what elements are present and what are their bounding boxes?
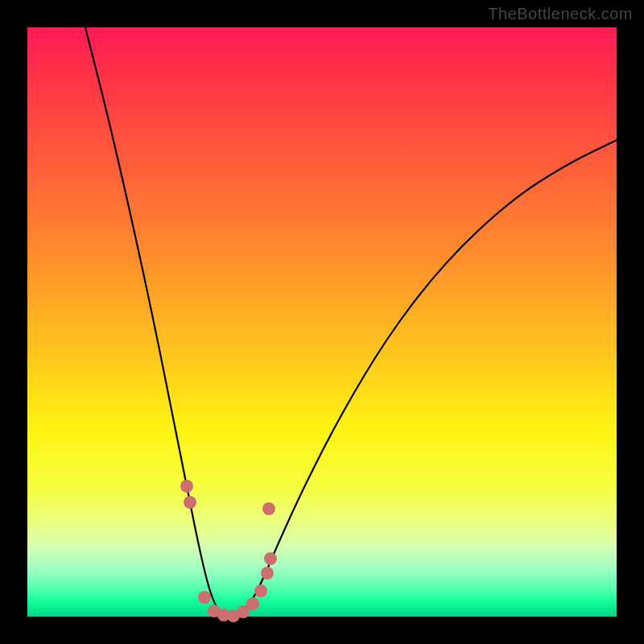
marker-dot: [184, 496, 196, 509]
marker-dots-group: [180, 480, 277, 622]
marker-dot: [254, 584, 267, 597]
chart-svg: [27, 27, 617, 617]
marker-dot: [262, 502, 275, 515]
marker-dot: [198, 591, 211, 604]
marker-dot: [264, 552, 277, 565]
stage: TheBottleneck.com: [0, 0, 644, 644]
watermark-text: TheBottleneck.com: [488, 5, 633, 23]
right-curve: [230, 140, 617, 617]
left-curve: [85, 27, 230, 617]
marker-dot: [261, 567, 274, 580]
marker-dot: [180, 480, 193, 493]
plot-area: [27, 27, 617, 617]
marker-dot: [246, 597, 259, 610]
